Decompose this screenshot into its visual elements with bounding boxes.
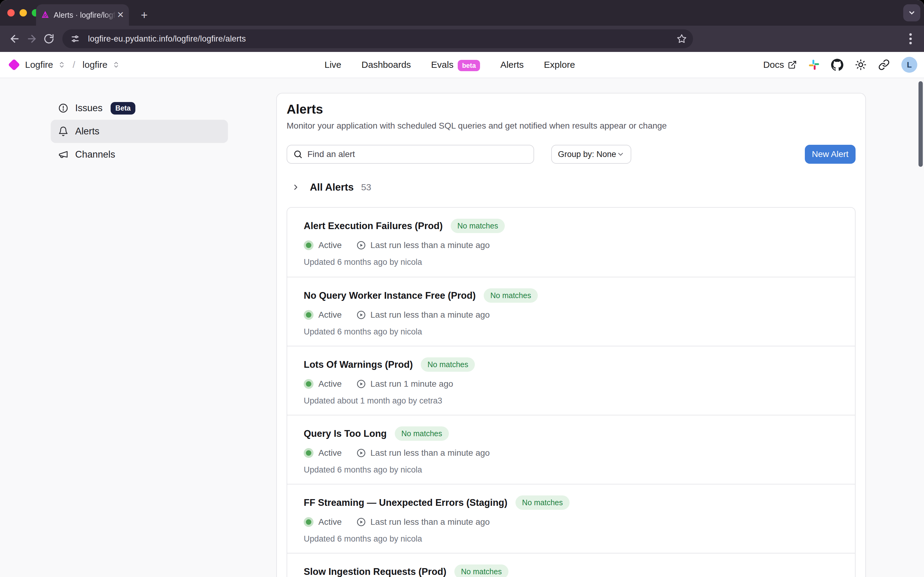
issues-beta-badge: Beta xyxy=(111,102,135,114)
bell-icon xyxy=(58,126,68,137)
browser-window: Alerts · logfire/logfire · Pydant ✕ + lo… xyxy=(0,0,924,577)
alert-card[interactable]: FF Streaming — Unexpected Errors (Stagin… xyxy=(287,484,855,553)
megaphone-icon xyxy=(58,149,68,160)
bookmark-star-icon[interactable] xyxy=(677,34,687,44)
active-status-icon xyxy=(304,240,313,250)
status-label: Active xyxy=(318,240,342,250)
sidebar-item-label: Channels xyxy=(75,149,115,160)
active-status-icon xyxy=(304,448,313,458)
back-button[interactable] xyxy=(6,30,23,47)
tab-title: Alerts · logfire/logfire · Pydant xyxy=(54,11,116,19)
group-title: All Alerts xyxy=(310,181,354,193)
play-circle-icon xyxy=(356,240,366,250)
search-icon xyxy=(293,150,303,159)
sidebar: Issues Beta Alerts Channels xyxy=(0,78,276,577)
header-actions: Docs L xyxy=(763,57,917,73)
nav-explore[interactable]: Explore xyxy=(544,60,575,70)
alert-title[interactable]: No Query Worker Instance Free (Prod) xyxy=(304,290,476,301)
app-body: Issues Beta Alerts Channels Alerts Monit… xyxy=(0,78,924,577)
reload-button[interactable] xyxy=(40,30,58,47)
tab-search-button[interactable] xyxy=(903,4,920,21)
chevrons-up-down-icon xyxy=(58,61,65,68)
external-link-icon xyxy=(788,60,797,69)
last-run-label: Last run less than a minute ago xyxy=(370,448,490,458)
active-status-icon xyxy=(304,517,313,527)
last-run-label: Last run 1 minute ago xyxy=(370,379,453,389)
active-status-icon xyxy=(304,379,313,389)
alerts-controls: Group by: None New Alert xyxy=(287,145,856,164)
project-name[interactable]: logfire xyxy=(82,60,108,70)
page-subtitle: Monitor your application with scheduled … xyxy=(287,121,856,131)
alert-card[interactable]: Slow Ingestion Requests (Prod) No matche… xyxy=(287,553,855,577)
status-label: Active xyxy=(318,517,342,527)
active-status-icon xyxy=(304,310,313,320)
group-count: 53 xyxy=(361,182,371,192)
alert-title[interactable]: Query Is Too Long xyxy=(304,428,387,439)
browser-menu-button[interactable] xyxy=(903,33,918,44)
site-settings-icon[interactable] xyxy=(68,32,82,45)
app-header: Logfire / logfire Live Dashboards Evalsb… xyxy=(0,52,924,78)
group-by-select[interactable]: Group by: None xyxy=(551,145,631,164)
pydantic-favicon xyxy=(41,11,50,19)
play-circle-icon xyxy=(356,517,366,527)
nav-evals[interactable]: Evalsbeta xyxy=(431,60,481,70)
no-matches-badge: No matches xyxy=(421,357,475,372)
forward-arrow-icon xyxy=(26,33,37,45)
last-run-label: Last run less than a minute ago xyxy=(370,517,490,527)
search-alert-box[interactable] xyxy=(287,145,534,164)
org-switcher[interactable]: Logfire / logfire xyxy=(8,60,120,70)
alert-card[interactable]: Query Is Too Long No matches Active Last… xyxy=(287,415,855,484)
status-label: Active xyxy=(318,379,342,389)
new-alert-button[interactable]: New Alert xyxy=(805,145,856,164)
close-window-button[interactable] xyxy=(7,9,15,16)
forward-button[interactable] xyxy=(23,30,40,47)
play-circle-icon xyxy=(356,448,366,458)
alert-card[interactable]: No Query Worker Instance Free (Prod) No … xyxy=(287,277,855,346)
sidebar-item-label: Alerts xyxy=(75,126,99,137)
play-circle-icon xyxy=(356,379,366,389)
alert-title[interactable]: FF Streaming — Unexpected Errors (Stagin… xyxy=(304,497,508,508)
alerts-panel: Alerts Monitor your application with sch… xyxy=(276,93,866,577)
no-matches-badge: No matches xyxy=(451,219,505,233)
reload-icon xyxy=(44,33,55,44)
chevron-right-icon[interactable] xyxy=(292,183,300,192)
nav-dashboards[interactable]: Dashboards xyxy=(361,60,411,70)
main-nav: Live Dashboards Evalsbeta Alerts Explore xyxy=(324,52,575,77)
alert-title[interactable]: Lots Of Warnings (Prod) xyxy=(304,359,413,370)
alert-card[interactable]: Alert Execution Failures (Prod) No match… xyxy=(287,208,855,277)
no-matches-badge: No matches xyxy=(454,564,508,577)
sidebar-item-issues[interactable]: Issues Beta xyxy=(51,97,228,120)
tab-close-icon[interactable]: ✕ xyxy=(117,11,124,19)
user-avatar[interactable]: L xyxy=(901,57,917,73)
all-alerts-group[interactable]: All Alerts 53 xyxy=(287,181,856,193)
url-text[interactable]: logfire-eu.pydantic.info/logfire/logfire… xyxy=(88,34,677,44)
theme-sun-icon[interactable] xyxy=(855,59,866,71)
address-bar[interactable]: logfire-eu.pydantic.info/logfire/logfire… xyxy=(62,29,693,48)
alert-title[interactable]: Alert Execution Failures (Prod) xyxy=(304,221,443,232)
minimize-window-button[interactable] xyxy=(19,9,27,16)
search-input[interactable] xyxy=(307,149,527,159)
nav-live[interactable]: Live xyxy=(324,60,341,70)
browser-toolbar: logfire-eu.pydantic.info/logfire/logfire… xyxy=(0,26,924,52)
no-matches-badge: No matches xyxy=(484,288,538,303)
slack-icon[interactable] xyxy=(808,59,819,70)
traffic-lights xyxy=(7,9,39,16)
sidebar-item-label: Issues xyxy=(75,103,103,114)
sidebar-item-alerts[interactable]: Alerts xyxy=(51,120,228,143)
org-name[interactable]: Logfire xyxy=(25,60,53,70)
logfire-logo xyxy=(8,59,20,71)
browser-tab[interactable]: Alerts · logfire/logfire · Pydant ✕ xyxy=(36,4,129,26)
updated-label: Updated 6 months ago by nicola xyxy=(304,534,839,544)
page-scrollbar-thumb[interactable] xyxy=(919,81,923,167)
sidebar-item-channels[interactable]: Channels xyxy=(51,143,228,166)
no-matches-badge: No matches xyxy=(516,495,569,510)
docs-link[interactable]: Docs xyxy=(763,60,797,70)
nav-alerts[interactable]: Alerts xyxy=(500,60,524,70)
alert-card[interactable]: Lots Of Warnings (Prod) No matches Activ… xyxy=(287,346,855,415)
evals-beta-badge: beta xyxy=(458,60,480,71)
new-tab-button[interactable]: + xyxy=(137,9,151,21)
github-icon[interactable] xyxy=(831,59,843,71)
share-link-icon[interactable] xyxy=(878,59,890,71)
alert-title[interactable]: Slow Ingestion Requests (Prod) xyxy=(304,566,447,577)
updated-label: Updated about 1 month ago by cetra3 xyxy=(304,396,839,406)
